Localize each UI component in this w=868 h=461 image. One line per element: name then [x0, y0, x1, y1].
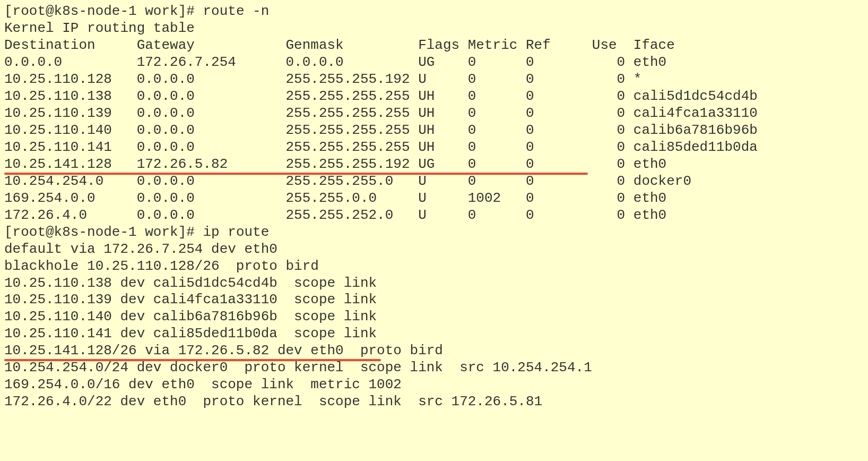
- shell-prompt: [root@k8s-node-1 work]#: [4, 224, 203, 240]
- prompt-line-iproute[interactable]: [root@k8s-node-1 work]# ip route: [4, 224, 864, 241]
- command-iproute: ip route: [203, 224, 269, 240]
- iproute-line: 10.254.254.0/24 dev docker0 proto kernel…: [4, 360, 864, 377]
- command-route: route -n: [203, 3, 269, 19]
- iproute-line: 10.25.110.138 dev cali5d1dc54cd4b scope …: [4, 275, 864, 292]
- route-row: 10.25.110.138 0.0.0.0 255.255.255.255 UH…: [4, 88, 864, 105]
- iproute-line: 172.26.4.0/22 dev eth0 proto kernel scop…: [4, 394, 864, 411]
- prompt-line-route[interactable]: [root@k8s-node-1 work]# route -n: [4, 3, 864, 20]
- shell-prompt: [root@k8s-node-1 work]#: [4, 3, 203, 19]
- route-row: 10.25.110.139 0.0.0.0 255.255.255.255 UH…: [4, 105, 864, 122]
- iproute-line: 10.25.110.140 dev calib6a7816b96b scope …: [4, 309, 864, 326]
- iproute-line: 169.254.0.0/16 dev eth0 scope link metri…: [4, 377, 864, 394]
- route-title: Kernel IP routing table: [4, 20, 864, 37]
- terminal-output: [root@k8s-node-1 work]# route -nKernel I…: [0, 0, 868, 416]
- iproute-line: 10.25.110.139 dev cali4fca1a33110 scope …: [4, 292, 864, 309]
- route-row: 169.254.0.0 0.0.0.0 255.255.0.0 U 1002 0…: [4, 190, 864, 207]
- route-header: Destination Gateway Genmask Flags Metric…: [4, 37, 864, 54]
- route-row: 10.254.254.0 0.0.0.0 255.255.255.0 U 0 0…: [4, 173, 864, 190]
- route-row: 10.25.110.141 0.0.0.0 255.255.255.255 UH…: [4, 139, 864, 156]
- route-row: 0.0.0.0 172.26.7.254 0.0.0.0 UG 0 0 0 et…: [4, 54, 864, 71]
- route-row: 172.26.4.0 0.0.0.0 255.255.252.0 U 0 0 0…: [4, 207, 864, 224]
- route-row: 10.25.110.128 0.0.0.0 255.255.255.192 U …: [4, 71, 864, 88]
- route-row: 10.25.141.128 172.26.5.82 255.255.255.19…: [4, 156, 864, 173]
- annotation-underline: [4, 173, 588, 175]
- iproute-line: blackhole 10.25.110.128/26 proto bird: [4, 258, 864, 275]
- iproute-line: default via 172.26.7.254 dev eth0: [4, 241, 864, 258]
- iproute-line: 10.25.110.141 dev cali85ded11b0da scope …: [4, 326, 864, 343]
- route-row: 10.25.110.140 0.0.0.0 255.255.255.255 UH…: [4, 122, 864, 139]
- annotation-underline: [4, 359, 381, 361]
- iproute-line: 10.25.141.128/26 via 172.26.5.82 dev eth…: [4, 343, 864, 360]
